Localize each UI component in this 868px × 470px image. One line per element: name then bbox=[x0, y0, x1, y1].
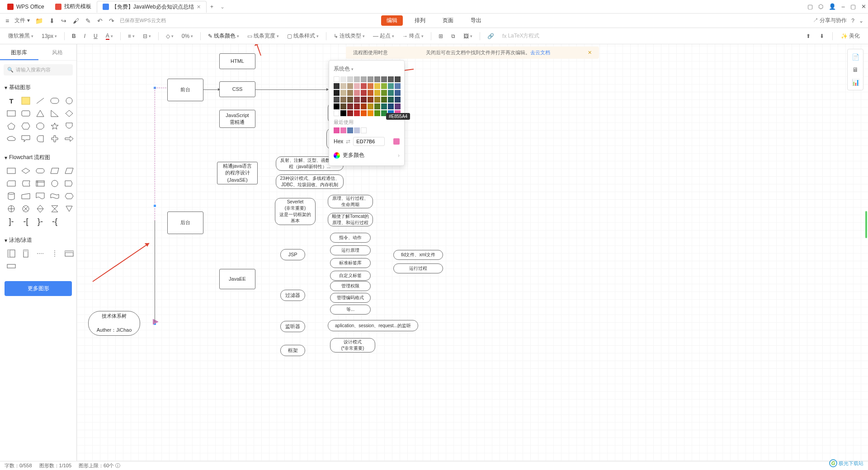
color-swatch[interactable] bbox=[354, 90, 360, 96]
line-width-button[interactable]: ▭ 线条宽度▾ bbox=[245, 31, 282, 41]
fc-terminator[interactable] bbox=[34, 166, 46, 176]
menu-hamburger-icon[interactable]: ≡ bbox=[5, 16, 10, 25]
color-swatch[interactable] bbox=[347, 103, 353, 109]
banner-close-icon[interactable]: ✕ bbox=[588, 50, 592, 56]
node-principle[interactable]: 原理、运行过程、 生命周期 bbox=[328, 195, 373, 208]
opacity-select[interactable]: 0%▾ bbox=[179, 32, 196, 41]
banner-link[interactable]: 去云文档 bbox=[530, 50, 550, 55]
maximize-button[interactable]: ▢ bbox=[850, 3, 856, 10]
color-swatch[interactable] bbox=[374, 76, 380, 82]
color-swatch[interactable] bbox=[395, 97, 401, 103]
fc-brace-r[interactable]: -[ bbox=[20, 216, 32, 226]
color-swatch[interactable] bbox=[340, 76, 346, 82]
color-swatch[interactable] bbox=[347, 76, 353, 82]
layer-icon[interactable]: ⧉ bbox=[448, 32, 458, 41]
pool-sep-h[interactable] bbox=[49, 249, 61, 258]
shape-callout[interactable] bbox=[20, 134, 32, 144]
color-swatch[interactable] bbox=[368, 76, 373, 82]
bold-button[interactable]: B bbox=[69, 32, 79, 41]
backward-icon[interactable]: ⬇ bbox=[817, 32, 827, 41]
node-listener[interactable]: 监听器 bbox=[280, 321, 305, 332]
file-menu[interactable]: 文件 ▾ bbox=[14, 17, 29, 24]
node-runprocess[interactable]: 运行过程 bbox=[393, 263, 443, 273]
align-button[interactable]: ≡▾ bbox=[125, 32, 137, 41]
recent-swatch[interactable] bbox=[340, 127, 346, 133]
node-frontend[interactable]: 前台 bbox=[167, 79, 203, 101]
node-tld[interactable]: tld文件、xml文件 bbox=[393, 250, 443, 260]
color-swatch[interactable] bbox=[388, 103, 394, 109]
fc-merge[interactable] bbox=[63, 204, 75, 214]
color-swatch[interactable] bbox=[340, 110, 346, 116]
avatar-icon[interactable]: 👤 bbox=[829, 3, 836, 10]
mode-edit[interactable]: 编辑 bbox=[381, 15, 403, 26]
shape-octagon[interactable] bbox=[34, 121, 46, 131]
minimize-button[interactable]: ‒ bbox=[841, 3, 845, 10]
node-custom[interactable]: 自定义标签 bbox=[330, 271, 371, 281]
shape-cross[interactable] bbox=[49, 134, 61, 144]
latex-button[interactable]: fx LaTeX方程式 bbox=[500, 31, 542, 41]
color-swatch[interactable] bbox=[361, 76, 367, 82]
canvas[interactable]: 流程图使用时意 关闭后可在云文档中找到文件并打开再次编辑。去云文档 ✕ 前台 H… bbox=[77, 44, 868, 461]
color-swatch[interactable] bbox=[388, 76, 394, 82]
shape-rtriangle[interactable] bbox=[49, 108, 61, 118]
node-framework[interactable]: 框架 bbox=[280, 345, 305, 356]
node-css[interactable]: CSS bbox=[219, 81, 255, 97]
color-swatch[interactable] bbox=[347, 90, 353, 96]
node-tree[interactable]: 技术体系树 Auther：JiChao bbox=[88, 311, 140, 336]
color-swatch[interactable] bbox=[354, 76, 360, 82]
color-swatch[interactable] bbox=[334, 76, 340, 82]
export-icon[interactable]: ↪ bbox=[60, 16, 67, 25]
tab-wps[interactable]: WPS Office bbox=[2, 1, 50, 13]
fc-curly-l[interactable]: -{ bbox=[49, 216, 61, 226]
color-swatch[interactable] bbox=[374, 97, 380, 103]
tab-menu[interactable]: ⌄ bbox=[217, 4, 227, 10]
node-javase[interactable]: 精通java语言 的程序设计 (JavaSE) bbox=[217, 162, 258, 184]
color-swatch[interactable] bbox=[340, 90, 346, 96]
color-swatch[interactable] bbox=[361, 83, 367, 89]
color-swatch[interactable] bbox=[368, 103, 373, 109]
color-swatch[interactable] bbox=[374, 110, 380, 116]
fc-display[interactable] bbox=[49, 166, 61, 176]
shape-drop[interactable] bbox=[34, 134, 46, 144]
download-icon[interactable]: ⬇ bbox=[48, 16, 56, 25]
color-swatch[interactable] bbox=[381, 103, 387, 109]
color-swatch[interactable] bbox=[388, 90, 394, 96]
app-icon[interactable]: ▢ bbox=[807, 3, 813, 10]
fc-sort[interactable] bbox=[34, 204, 46, 214]
fc-connector[interactable] bbox=[49, 179, 61, 188]
link-icon[interactable]: 🔗 bbox=[485, 32, 497, 41]
color-swatch[interactable] bbox=[340, 83, 346, 89]
brush-icon[interactable]: 🖌 bbox=[72, 16, 80, 25]
fc-process[interactable] bbox=[5, 166, 17, 176]
node-cmd[interactable]: 指令、动作 bbox=[330, 233, 371, 243]
fc-decision[interactable] bbox=[20, 166, 32, 176]
section-basic[interactable]: ▾ 基础图形 bbox=[5, 82, 72, 93]
shape-circle[interactable] bbox=[63, 96, 75, 106]
color-swatch[interactable] bbox=[374, 90, 380, 96]
node-encode[interactable]: 管理编码格式 bbox=[330, 293, 371, 303]
shape-triangle[interactable] bbox=[34, 108, 46, 118]
shape-text[interactable]: T bbox=[5, 96, 17, 106]
fc-stored[interactable] bbox=[20, 179, 32, 188]
color-swatch[interactable] bbox=[374, 83, 380, 89]
fc-sum[interactable] bbox=[5, 204, 17, 214]
fc-curly-r[interactable]: }- bbox=[34, 216, 46, 226]
share-button[interactable]: ↗ 分享与协作 bbox=[813, 17, 847, 24]
shape-hexagon[interactable] bbox=[20, 121, 32, 131]
shape-pentagon[interactable] bbox=[5, 121, 17, 131]
pen-icon[interactable]: ✎ bbox=[85, 16, 92, 25]
color-swatch[interactable] bbox=[347, 97, 353, 103]
color-swatch[interactable] bbox=[347, 110, 353, 116]
fc-manual[interactable] bbox=[20, 191, 32, 201]
color-swatch[interactable] bbox=[381, 76, 387, 82]
mode-export[interactable]: 导出 bbox=[465, 15, 487, 26]
node-filter[interactable]: 过滤器 bbox=[280, 290, 305, 301]
node-js[interactable]: JavaScript 需精通 bbox=[219, 110, 255, 128]
color-swatch[interactable] bbox=[361, 90, 367, 96]
search-input[interactable]: 🔍 请输入搜索内容 bbox=[4, 64, 73, 75]
more-shapes-button[interactable]: 更多图形 bbox=[5, 281, 72, 296]
node-jsp[interactable]: JSP bbox=[280, 249, 305, 260]
color-swatch[interactable] bbox=[354, 97, 360, 103]
fc-brace-l[interactable]: ]- bbox=[5, 216, 17, 226]
color-swatch[interactable] bbox=[395, 90, 401, 96]
